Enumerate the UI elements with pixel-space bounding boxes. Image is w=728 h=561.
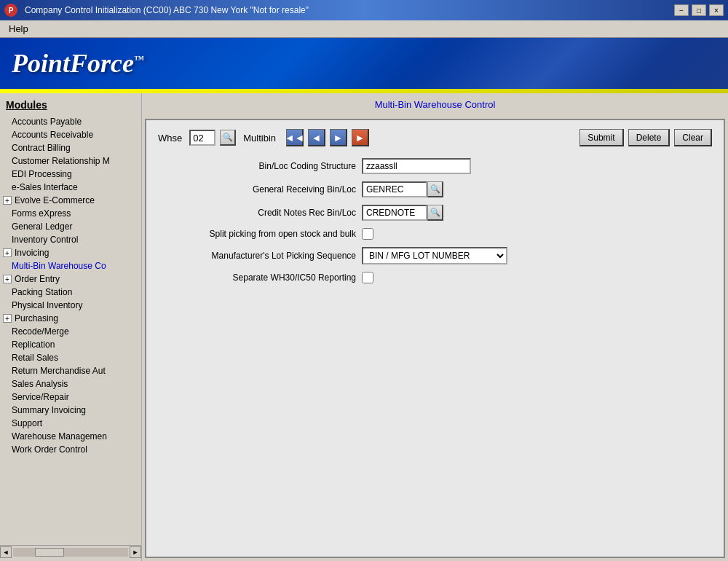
sidebar-label-21: Service/Repair xyxy=(12,392,69,402)
sidebar-item-13[interactable]: Packing Station xyxy=(0,286,141,299)
binloc-input[interactable] xyxy=(362,158,471,174)
sidebar-item-24[interactable]: Warehouse Managemen xyxy=(0,430,141,443)
lotpicking-label: Manufacturer's Lot Picking Sequence xyxy=(158,251,362,261)
crednote-label: Credit Notes Rec Bin/Loc xyxy=(158,208,362,218)
sidebar-items: Accounts PayableAccounts ReceivableContr… xyxy=(0,115,141,456)
nav-prev-button[interactable]: ◄ xyxy=(308,129,325,146)
sidebar-item-20[interactable]: Sales Analysis xyxy=(0,377,141,391)
expand-icon-12: + xyxy=(3,275,12,283)
sidebar-label-19: Return Merchandise Aut xyxy=(12,366,106,376)
sidebar-item-22[interactable]: Summary Invoicing xyxy=(0,404,141,417)
sidebar-item-2[interactable]: Contract Billing xyxy=(0,141,141,154)
help-menu[interactable]: Help xyxy=(4,23,33,35)
sidebar-label-8: General Ledger xyxy=(12,221,72,232)
window-title: Company Control Initialization (CC00) AB… xyxy=(25,5,667,15)
sidebar-label-15: Purchasing xyxy=(15,313,58,323)
trademark: ™ xyxy=(134,54,144,65)
sidebar-item-5[interactable]: e-Sales Interface xyxy=(0,181,141,194)
sidebar-item-7[interactable]: Forms eXpress xyxy=(0,207,141,220)
toolbar-row: Whse 🔍 Multibin ◄◄ ◄ ► ► Submit Delete C… xyxy=(158,129,712,146)
scroll-right-button[interactable]: ► xyxy=(130,546,141,558)
sidebar-label-2: Contract Billing xyxy=(12,143,71,153)
nav-next-button[interactable]: ► xyxy=(330,129,347,146)
lotpicking-dropdown[interactable]: BIN / MFG LOT NUMBER MFG LOT NUMBER / BI… xyxy=(362,247,507,264)
clear-button[interactable]: Clear xyxy=(674,129,712,146)
delete-button[interactable]: Delete xyxy=(628,129,670,146)
sidebar-item-21[interactable]: Service/Repair xyxy=(0,391,141,404)
scroll-left-button[interactable]: ◄ xyxy=(0,546,12,558)
expand-icon-10: + xyxy=(3,248,12,257)
sidebar-label-5: e-Sales Interface xyxy=(12,182,78,192)
sidebar-item-6[interactable]: +Evolve E-Commerce xyxy=(0,194,141,207)
scroll-thumb[interactable] xyxy=(35,548,64,557)
field-row-lotpicking: Manufacturer's Lot Picking Sequence BIN … xyxy=(158,247,712,264)
nav-last-button[interactable]: ► xyxy=(352,129,369,146)
sidebar-item-0[interactable]: Accounts Payable xyxy=(0,115,141,128)
whse-search-button[interactable]: 🔍 xyxy=(220,130,236,146)
sidebar-item-15[interactable]: +Purchasing xyxy=(0,312,141,325)
genrec-search-button[interactable]: 🔍 xyxy=(427,181,443,197)
main-content: Modules Accounts PayableAccounts Receiva… xyxy=(0,93,728,561)
nav-first-button[interactable]: ◄◄ xyxy=(286,129,304,146)
sidebar-label-9: Inventory Control xyxy=(12,235,78,245)
window-controls: − □ × xyxy=(674,4,724,16)
separate-checkbox[interactable] xyxy=(362,272,373,283)
splitpicking-label: Split picking from open stock and bulk xyxy=(158,229,362,239)
field-row-genrec: General Receiving Bin/Loc 🔍 xyxy=(158,181,712,197)
sidebar-label-23: Support xyxy=(12,418,42,428)
sidebar-item-19[interactable]: Return Merchandise Aut xyxy=(0,364,141,377)
sidebar-label-14: Physical Inventory xyxy=(12,300,82,310)
sidebar-item-4[interactable]: EDI Processing xyxy=(0,168,141,181)
app-icon: P xyxy=(4,4,17,17)
sidebar-label-3: Customer Relationship M xyxy=(12,156,110,166)
close-button[interactable]: × xyxy=(709,4,724,16)
title-bar: P Company Control Initialization (CC00) … xyxy=(0,0,728,20)
sidebar-item-14[interactable]: Physical Inventory xyxy=(0,299,141,312)
sidebar-item-12[interactable]: +Order Entry xyxy=(0,272,141,286)
splitpicking-checkbox[interactable] xyxy=(362,228,373,240)
sidebar-item-18[interactable]: Retail Sales xyxy=(0,351,141,364)
sidebar-label-13: Packing Station xyxy=(12,287,72,297)
maximize-button[interactable]: □ xyxy=(692,4,706,16)
sidebar-label-20: Sales Analysis xyxy=(12,379,68,389)
sidebar-item-8[interactable]: General Ledger xyxy=(0,220,141,233)
sidebar-item-23[interactable]: Support xyxy=(0,417,141,430)
sidebar-item-16[interactable]: Recode/Merge xyxy=(0,325,141,338)
sidebar-title: Modules xyxy=(0,96,141,115)
sidebar-item-25[interactable]: Work Order Control xyxy=(0,443,141,456)
field-row-separate: Separate WH30/IC50 Reporting xyxy=(158,272,712,283)
crednote-field-group: 🔍 xyxy=(362,205,443,221)
genrec-input[interactable] xyxy=(362,181,427,197)
menu-bar: Help xyxy=(0,20,728,38)
form-area: Whse 🔍 Multibin ◄◄ ◄ ► ► Submit Delete C… xyxy=(145,119,725,558)
minimize-button[interactable]: − xyxy=(674,4,689,16)
sidebar-item-11[interactable]: Multi-Bin Warehouse Co xyxy=(0,259,141,272)
sidebar-label-18: Retail Sales xyxy=(12,353,58,363)
sidebar-label-1: Accounts Receivable xyxy=(12,130,93,140)
sidebar-label-4: EDI Processing xyxy=(12,169,72,179)
sidebar-scrollbar[interactable]: ◄ ► xyxy=(0,545,141,558)
expand-icon-15: + xyxy=(3,314,12,323)
crednote-search-button[interactable]: 🔍 xyxy=(427,205,443,221)
sidebar-label-16: Recode/Merge xyxy=(12,326,69,337)
binloc-label: Bin/Loc Coding Structure xyxy=(158,161,362,171)
sidebar-label-10: Invoicing xyxy=(15,248,49,258)
sidebar-item-3[interactable]: Customer Relationship M xyxy=(0,154,141,168)
crednote-input[interactable] xyxy=(362,205,427,221)
whse-name: Multibin xyxy=(243,133,276,144)
sidebar-item-9[interactable]: Inventory Control xyxy=(0,233,141,246)
field-row-splitpicking: Split picking from open stock and bulk xyxy=(158,228,712,240)
sidebar-item-10[interactable]: +Invoicing xyxy=(0,246,141,259)
submit-button[interactable]: Submit xyxy=(579,129,623,146)
sidebar-label-22: Summary Invoicing xyxy=(12,405,86,415)
sidebar-item-1[interactable]: Accounts Receivable xyxy=(0,128,141,141)
logo-bar: PointForce™ xyxy=(0,38,728,89)
logo: PointForce™ xyxy=(12,48,144,79)
whse-input[interactable] xyxy=(189,130,215,146)
sidebar-item-17[interactable]: Replication xyxy=(0,338,141,351)
genrec-label: General Receiving Bin/Loc xyxy=(158,184,362,195)
field-row-binloc: Bin/Loc Coding Structure xyxy=(158,158,712,174)
whse-label: Whse xyxy=(158,133,182,144)
separate-label: Separate WH30/IC50 Reporting xyxy=(158,272,362,283)
right-panel: Multi-Bin Warehouse Control Whse 🔍 Multi… xyxy=(142,93,728,561)
